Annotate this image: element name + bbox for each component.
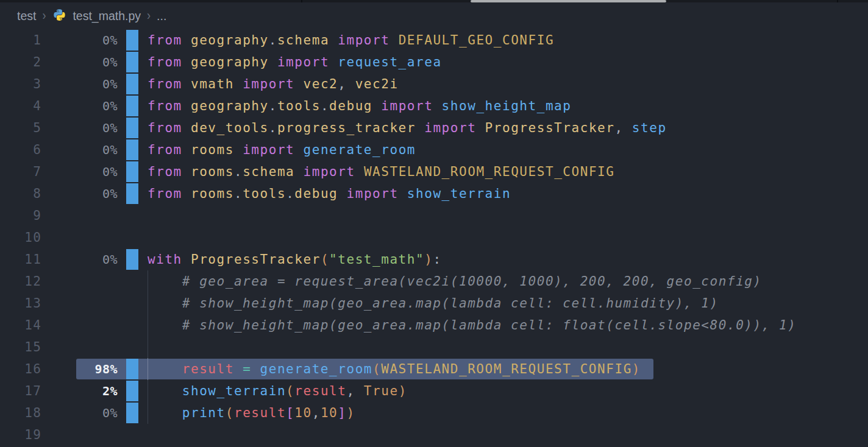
chevron-right-icon: › — [42, 8, 46, 24]
tab-divider — [301, 0, 302, 2]
coverage-indicator — [126, 74, 138, 94]
breadcrumb-file[interactable]: test_math.py — [73, 9, 141, 23]
coverage-indicator — [126, 139, 138, 160]
line-number[interactable]: 17 — [0, 380, 41, 402]
line-number[interactable]: 15 — [0, 336, 41, 358]
code-line[interactable]: 50%from dev_tools.progress_tracker impor… — [0, 117, 868, 139]
code-line[interactable]: 10%from geography.schema import DEFAULT_… — [0, 29, 868, 51]
chevron-right-icon: › — [147, 8, 151, 24]
coverage-indicator — [126, 249, 138, 270]
code-line[interactable]: 20%from geography import request_area — [0, 51, 868, 73]
breadcrumb-folder[interactable]: test — [17, 9, 36, 23]
code-text: # show_height_map(geo_area.map(lambda ce… — [148, 292, 719, 314]
code-line[interactable]: 19 — [0, 424, 868, 446]
code-text: show_terrain(result, True) — [148, 380, 407, 402]
editor-lines: 10%from geography.schema import DEFAULT_… — [0, 29, 868, 446]
coverage-indicator — [126, 381, 138, 401]
line-number[interactable]: 8 — [0, 183, 41, 205]
code-line[interactable]: 70%from rooms.schema import WASTELAND_RO… — [0, 161, 868, 183]
line-number[interactable]: 7 — [0, 161, 41, 183]
line-number[interactable]: 10 — [0, 227, 41, 248]
line-number[interactable]: 19 — [0, 424, 41, 446]
code-line[interactable]: 110%with ProgressTracker("test_math"): — [0, 248, 868, 270]
line-number[interactable]: 14 — [0, 314, 41, 336]
code-text: from dev_tools.progress_tracker import P… — [148, 117, 667, 139]
code-line[interactable]: 172% show_terrain(result, True) — [0, 380, 868, 402]
coverage-indicator — [126, 30, 138, 51]
coverage-percent: 0% — [41, 29, 118, 51]
code-text: # show_height_map(geo_area.map(lambda ce… — [148, 314, 796, 336]
coverage-percent: 0% — [41, 117, 118, 139]
coverage-indicator — [126, 161, 138, 182]
coverage-percent: 2% — [41, 380, 118, 402]
code-line[interactable]: 15 — [0, 336, 868, 358]
coverage-percent: 0% — [41, 139, 118, 161]
code-text: from geography import request_area — [148, 51, 442, 73]
coverage-indicator — [126, 359, 138, 379]
code-line[interactable]: 1698% result = generate_room(WASTELAND_R… — [0, 358, 868, 380]
coverage-indicator — [126, 118, 138, 138]
code-line[interactable]: 60%from rooms import generate_room — [0, 139, 868, 161]
coverage-percent: 0% — [41, 248, 118, 270]
line-number[interactable]: 5 — [0, 117, 41, 139]
indent-guide — [148, 336, 148, 358]
coverage-percent: 0% — [41, 73, 118, 95]
code-line[interactable]: 180% print(result[10,10]) — [0, 402, 868, 424]
coverage-indicator — [126, 96, 138, 116]
coverage-percent: 0% — [41, 183, 118, 205]
line-number[interactable]: 9 — [0, 205, 41, 227]
line-number[interactable]: 6 — [0, 139, 41, 161]
code-line[interactable]: 30%from vmath import vec2, vec2i — [0, 73, 868, 95]
code-text: from geography.schema import DEFAULT_GEO… — [148, 29, 554, 51]
coverage-percent: 0% — [41, 95, 118, 117]
line-number[interactable]: 1 — [0, 29, 41, 51]
coverage-percent: 98% — [41, 358, 118, 380]
line-number[interactable]: 16 — [0, 358, 41, 380]
code-text: from rooms import generate_room — [148, 139, 416, 161]
line-number[interactable]: 13 — [0, 292, 41, 314]
coverage-percent: 0% — [41, 402, 118, 424]
code-text: from rooms.tools.debug import show_terra… — [148, 183, 511, 205]
code-text: from rooms.schema import WASTELAND_ROOM_… — [148, 161, 614, 183]
tab-scrollbar-thumb[interactable] — [471, 0, 666, 2]
code-line[interactable]: 13 # show_height_map(geo_area.map(lambda… — [0, 292, 868, 314]
code-text: print(result[10,10]) — [148, 402, 355, 424]
code-line[interactable]: 14 # show_height_map(geo_area.map(lambda… — [0, 314, 868, 336]
code-line[interactable]: 9 — [0, 205, 868, 227]
code-text: with ProgressTracker("test_math"): — [148, 248, 442, 270]
tab-divider — [837, 0, 838, 2]
line-number[interactable]: 12 — [0, 270, 41, 292]
breadcrumb: test › test_math.py › ... — [0, 2, 868, 29]
line-number[interactable]: 18 — [0, 402, 41, 424]
coverage-indicator — [126, 52, 138, 72]
code-line[interactable]: 80%from rooms.tools.debug import show_te… — [0, 183, 868, 205]
code-text: result = generate_room(WASTELAND_ROOM_RE… — [148, 358, 641, 380]
code-text: from vmath import vec2, vec2i — [148, 73, 399, 95]
coverage-percent: 0% — [41, 161, 118, 183]
coverage-indicator — [126, 403, 138, 423]
line-number[interactable]: 11 — [0, 248, 41, 270]
tab-bar-bottom-strip — [0, 0, 868, 2]
line-number[interactable]: 2 — [0, 51, 41, 73]
code-line[interactable]: 12 # geo_area = request_area(vec2i(10000… — [0, 270, 868, 292]
coverage-percent: 0% — [41, 51, 118, 73]
code-text: # geo_area = request_area(vec2i(10000, 1… — [148, 270, 762, 292]
line-number[interactable]: 4 — [0, 95, 41, 117]
code-text: from geography.tools.debug import show_h… — [148, 95, 572, 117]
coverage-indicator — [126, 183, 138, 204]
python-icon — [52, 9, 66, 23]
code-line[interactable]: 10 — [0, 227, 868, 248]
line-number[interactable]: 3 — [0, 73, 41, 95]
code-line[interactable]: 40%from geography.tools.debug import sho… — [0, 95, 868, 117]
breadcrumb-symbol-ellipsis[interactable]: ... — [157, 9, 166, 23]
